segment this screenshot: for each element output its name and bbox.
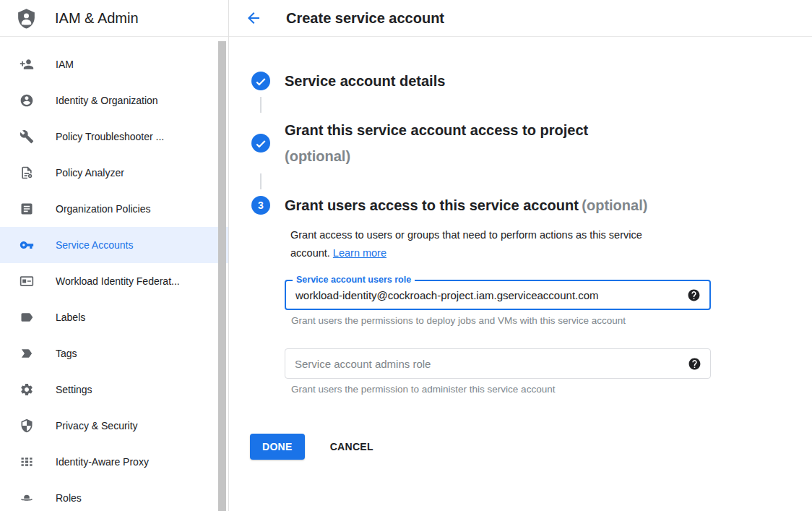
- shield-half-icon: [20, 418, 34, 433]
- sidebar-item-label: Tags: [56, 348, 77, 359]
- sidebar-item-label: Labels: [56, 312, 85, 323]
- step-service-account-details[interactable]: Service account details: [229, 69, 812, 93]
- users-role-field-container: Service account users role: [285, 280, 711, 310]
- proxy-grid-icon: [20, 455, 34, 469]
- sidebar-item-label: Settings: [56, 384, 92, 395]
- wizard-actions: DONE CANCEL: [250, 434, 812, 460]
- step-1-title: Service account details: [285, 73, 445, 89]
- product-title: IAM & Admin: [55, 10, 139, 27]
- account-circle-icon: [20, 93, 34, 108]
- step-complete-check-icon: [251, 72, 270, 90]
- id-card-icon: [20, 274, 34, 288]
- label-tag-icon: [20, 310, 34, 325]
- sidebar-item-tags[interactable]: Tags: [0, 335, 228, 372]
- step-3-description: Grant access to users or groups that nee…: [290, 226, 684, 262]
- sidebar-item-label: Policy Troubleshooter ...: [56, 131, 164, 142]
- sidebar-item-privacy-security[interactable]: Privacy & Security: [0, 408, 228, 444]
- sidebar-item-label: Privacy & Security: [56, 420, 138, 431]
- learn-more-link[interactable]: Learn more: [333, 247, 386, 259]
- sidebar-scrollbar-thumb[interactable]: [218, 41, 226, 511]
- document-gear-icon: [20, 166, 34, 180]
- wizard-content: Service account details Grant this servi…: [229, 37, 812, 511]
- step-3-optional-label: (optional): [582, 197, 647, 213]
- service-account-key-icon: [20, 238, 34, 252]
- sidebar-item-policy-analyzer[interactable]: Policy Analyzer: [0, 155, 228, 191]
- step-complete-check-icon: [251, 134, 270, 153]
- step-connector: [260, 173, 262, 189]
- step-connector: [260, 97, 262, 113]
- help-icon[interactable]: [687, 288, 701, 302]
- sidebar-item-label: Identity-Aware Proxy: [56, 456, 149, 468]
- sidebar-item-service-accounts[interactable]: Service Accounts: [0, 227, 228, 263]
- hat-icon: [20, 491, 34, 505]
- admins-role-input[interactable]: [285, 358, 688, 370]
- sidebar-item-roles[interactable]: Roles: [0, 480, 228, 511]
- sidebar-item-label: Policy Analyzer: [56, 167, 124, 179]
- users-role-field-label: Service account users role: [293, 275, 415, 285]
- step-grant-access-to-project[interactable]: Grant this service account access to pro…: [229, 117, 812, 169]
- step-text: Grant this service account access to pro…: [285, 117, 588, 169]
- users-role-input[interactable]: [286, 289, 687, 301]
- wrench-icon: [20, 129, 34, 144]
- admins-role-helper-text: Grant users the permission to administer…: [291, 384, 812, 395]
- sidebar-item-policy-troubleshooter[interactable]: Policy Troubleshooter ...: [0, 119, 228, 155]
- sidebar-item-settings[interactable]: Settings: [0, 372, 228, 408]
- help-icon[interactable]: [688, 357, 701, 371]
- page-title: Create service account: [286, 10, 444, 27]
- step-3-title: Grant users access to this service accou…: [285, 197, 579, 213]
- tag-arrow-icon: [20, 346, 34, 361]
- sidebar-item-label: Service Accounts: [56, 239, 133, 251]
- sidebar-item-label: IAM: [56, 59, 74, 70]
- step-grant-users-access: 3 Grant users access to this service acc…: [229, 194, 812, 217]
- shield-person-icon: [15, 7, 38, 30]
- users-role-helper-text: Grant users the permissions to deploy jo…: [291, 315, 812, 326]
- step-3-number-badge: 3: [251, 196, 270, 215]
- person-add-icon: [20, 57, 34, 72]
- done-button[interactable]: DONE: [250, 434, 305, 460]
- sidebar-nav: IAMIdentity & OrganizationPolicy Trouble…: [0, 37, 228, 511]
- step-2-optional-label: (optional): [285, 143, 588, 169]
- cancel-button[interactable]: CANCEL: [326, 440, 378, 453]
- page-header: Create service account: [229, 0, 812, 37]
- sidebar-item-labels[interactable]: Labels: [0, 299, 228, 335]
- sidebar-item-organization-policies[interactable]: Organization Policies: [0, 191, 228, 227]
- article-icon: [20, 202, 34, 216]
- gear-icon: [20, 382, 34, 397]
- main-panel: Create service account Service account d…: [229, 0, 812, 511]
- sidebar-item-workload-identity-federat[interactable]: Workload Identity Federat...: [0, 263, 228, 299]
- step-3-body: Grant access to users or groups that nee…: [285, 226, 812, 395]
- arrow-back-icon[interactable]: [245, 9, 262, 27]
- sidebar-item-label: Roles: [56, 492, 82, 504]
- sidebar-header: IAM & Admin: [0, 0, 228, 37]
- step-text: Service account details: [285, 69, 445, 93]
- sidebar: IAM & Admin IAMIdentity & OrganizationPo…: [0, 0, 229, 511]
- sidebar-item-label: Workload Identity Federat...: [56, 275, 180, 287]
- app-window: IAM & Admin IAMIdentity & OrganizationPo…: [0, 0, 812, 511]
- admins-role-field-container: [285, 348, 711, 379]
- sidebar-scrollbar-track: [218, 41, 226, 511]
- step-2-title: Grant this service account access to pro…: [285, 117, 588, 143]
- step-text: Grant users access to this service accou…: [285, 194, 647, 217]
- sidebar-item-label: Organization Policies: [56, 203, 151, 215]
- sidebar-item-label: Identity & Organization: [56, 95, 158, 106]
- sidebar-item-iam[interactable]: IAM: [0, 46, 228, 82]
- sidebar-item-identity-aware-proxy[interactable]: Identity-Aware Proxy: [0, 444, 228, 480]
- sidebar-item-identity-organization[interactable]: Identity & Organization: [0, 82, 228, 119]
